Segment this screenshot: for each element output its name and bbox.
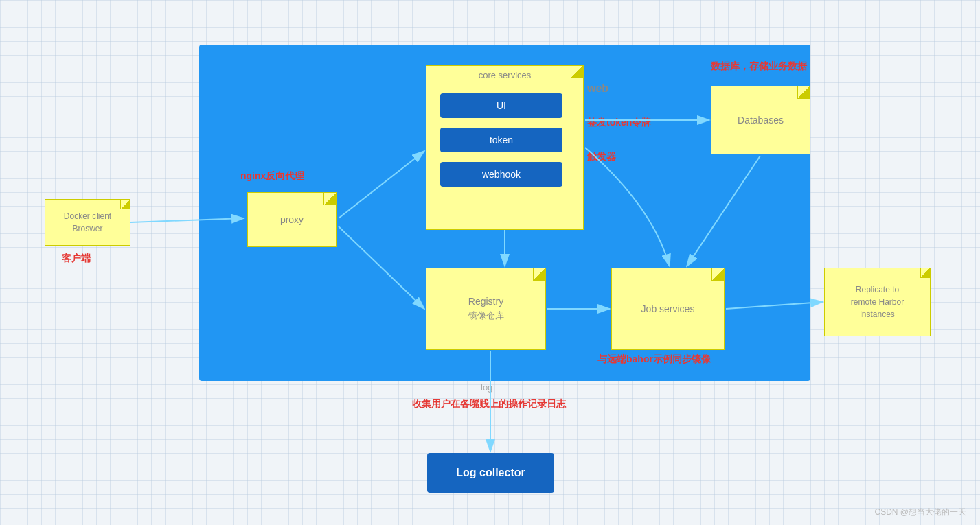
databases-box: Databases [711,86,810,154]
job-services-box: Job services [611,268,725,350]
nginx-label: nginx反向代理 [240,170,304,183]
core-services-title: core services [426,70,583,80]
docker-client-label: Docker clientBroswer [64,210,111,235]
web-label: web [587,82,608,95]
log-collector-label: Log collector [456,467,525,479]
registry-box: Registry 镜像仓库 [426,268,546,350]
proxy-box: proxy [247,192,337,247]
csdn-label: CSDN @想当大佬的一天 [874,506,966,518]
replicate-box: Replicate toremote Harborinstances [824,268,931,336]
log-collector-box: Log collector [427,453,554,493]
sync-note-label: 与远端bahor示例同步镜像 [597,353,711,366]
databases-label: Databases [738,115,784,126]
sign-token-label: 签发token令牌 [587,117,651,129]
docker-client-box: Docker clientBroswer [45,199,130,246]
log-note-label: 收集用户在各嘴贱上的操作记录日志 [412,398,566,410]
replicate-label: Replicate toremote Harborinstances [851,283,904,320]
webhook-button: webhook [440,162,562,187]
client-label: 客户端 [62,253,91,265]
token-button: token [440,128,562,152]
webhook-note-label: 触发器 [587,151,616,163]
log-label: log [481,382,492,393]
core-services-box: core services UI token webhook [426,65,584,230]
registry-label: Registry [468,296,503,307]
proxy-label: proxy [280,214,304,225]
ui-button: UI [440,93,562,118]
registry-chinese: 镜像仓库 [468,310,504,322]
job-services-label: Job services [641,303,695,314]
database-note-label: 数据库，存储业务数据 [711,60,807,73]
